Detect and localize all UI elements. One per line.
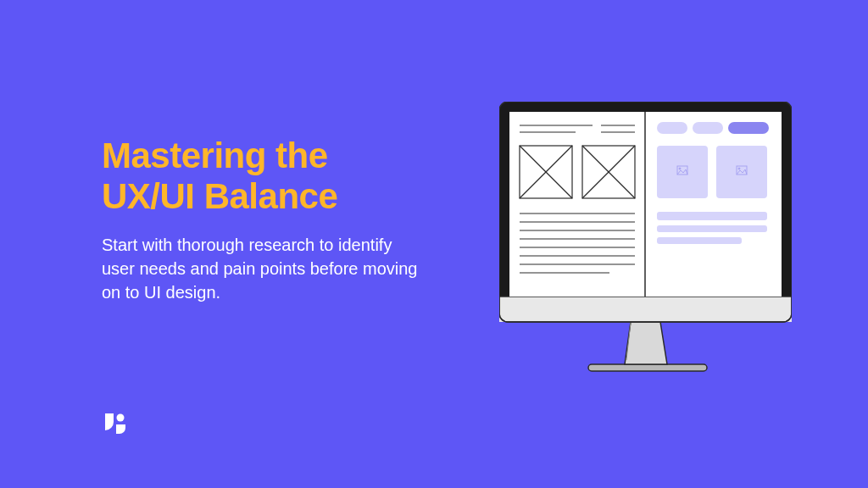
text-content: Mastering the UX/UI Balance Start with t… [102, 136, 424, 304]
svg-rect-36 [657, 237, 742, 244]
svg-point-31 [679, 168, 681, 169]
svg-point-33 [738, 168, 740, 169]
title-line-1: Mastering the [102, 136, 328, 175]
svg-rect-35 [657, 225, 767, 232]
svg-rect-27 [728, 122, 769, 134]
page-title: Mastering the UX/UI Balance [102, 136, 424, 218]
svg-rect-1 [588, 364, 707, 371]
svg-point-0 [117, 414, 125, 422]
monitor-illustration [499, 102, 792, 373]
title-line-2: UX/UI Balance [102, 176, 337, 216]
brand-logo-icon [102, 410, 129, 437]
page-subtitle: Start with thorough research to identify… [102, 233, 424, 304]
svg-rect-34 [657, 212, 767, 220]
svg-rect-25 [657, 122, 687, 134]
svg-rect-26 [693, 122, 723, 134]
